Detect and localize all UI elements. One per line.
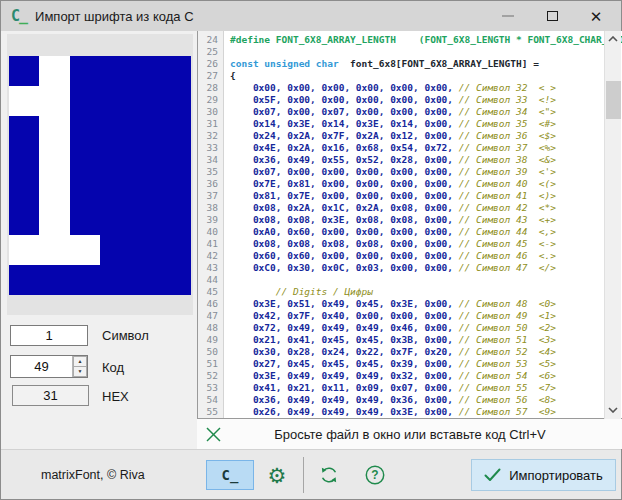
hex-label: HEX bbox=[102, 389, 129, 404]
glyph-pixel bbox=[9, 205, 39, 235]
import-button[interactable]: Импортировать bbox=[471, 459, 616, 491]
line-number: 53 bbox=[198, 382, 218, 394]
code-lines: #define FONT_6X8_ARRAY_LENGTH (FONT_6X8_… bbox=[224, 31, 622, 418]
maximize-icon bbox=[547, 11, 558, 21]
glyph-pixel bbox=[161, 235, 191, 265]
symbol-label: Символ bbox=[102, 328, 149, 343]
code-line: 0x7E, 0x81, 0x00, 0x00, 0x00, 0x00, // С… bbox=[230, 178, 622, 190]
code-line: { bbox=[230, 70, 622, 82]
code-line: 0x60, 0x60, 0x00, 0x00, 0x00, 0x00, // С… bbox=[230, 250, 622, 262]
glyph-pixel bbox=[100, 56, 130, 86]
toolbar-divider bbox=[303, 457, 304, 493]
gear-icon: ⚙ bbox=[268, 465, 287, 486]
glyph-pixel bbox=[130, 235, 160, 265]
glyph-pixel bbox=[70, 205, 100, 235]
glyph-pixel bbox=[100, 265, 130, 295]
line-number: 30 bbox=[198, 106, 218, 118]
glyph-pixel bbox=[39, 205, 69, 235]
minimize-icon bbox=[502, 15, 514, 17]
glyph-pixel bbox=[130, 176, 160, 206]
c-code-mode-button[interactable]: C_ bbox=[206, 460, 254, 490]
line-number: 35 bbox=[198, 166, 218, 178]
code-line: 0x08, 0x08, 0x08, 0x08, 0x00, 0x00, // С… bbox=[230, 238, 622, 250]
line-number: 24 bbox=[198, 34, 218, 46]
glyph-pixel bbox=[9, 116, 39, 146]
line-number: 39 bbox=[198, 214, 218, 226]
line-number: 27 bbox=[198, 70, 218, 82]
minimize-button[interactable] bbox=[489, 2, 527, 30]
title-bar: C_ Импорт шрифта из кода C ✕ bbox=[1, 1, 621, 31]
code-line: 0x00, 0x00, 0x00, 0x00, 0x00, 0x00, // С… bbox=[230, 82, 622, 94]
line-number: 28 bbox=[198, 82, 218, 94]
code-spin-up-button[interactable]: ▲ bbox=[73, 356, 87, 366]
close-icon: ✕ bbox=[590, 9, 603, 24]
code-spinner: ▲ ▼ bbox=[10, 355, 88, 378]
glyph-preview-panel bbox=[7, 34, 193, 315]
glyph-pixel bbox=[100, 176, 130, 206]
symbol-field[interactable] bbox=[10, 325, 88, 346]
glyph-pixel bbox=[100, 86, 130, 116]
check-icon bbox=[484, 468, 501, 482]
code-line: 0x81, 0x7E, 0x00, 0x00, 0x00, 0x00, // С… bbox=[230, 190, 622, 202]
import-font-dialog: C_ Импорт шрифта из кода C ✕ Символ ▲ ▼ … bbox=[0, 0, 622, 500]
glyph-pixel bbox=[70, 56, 100, 86]
line-number: 36 bbox=[198, 178, 218, 190]
glyph-pixel bbox=[39, 56, 69, 86]
line-number: 43 bbox=[198, 262, 218, 274]
line-number: 34 bbox=[198, 154, 218, 166]
help-icon: ? bbox=[364, 464, 386, 486]
glyph-pixel bbox=[39, 235, 69, 265]
glyph-pixel bbox=[100, 146, 130, 176]
glyph-pixel bbox=[161, 265, 191, 295]
close-button[interactable]: ✕ bbox=[577, 2, 615, 30]
settings-button[interactable]: ⚙ bbox=[261, 460, 293, 490]
glyph-pixel bbox=[39, 116, 69, 146]
code-line: 0x07, 0x00, 0x00, 0x00, 0x00, 0x00, // С… bbox=[230, 166, 622, 178]
glyph-pixel bbox=[9, 265, 39, 295]
vertical-scrollbar[interactable] bbox=[604, 31, 621, 419]
glyph-pixel bbox=[161, 146, 191, 176]
glyph-pixel bbox=[70, 146, 100, 176]
glyph-pixel bbox=[70, 86, 100, 116]
code-line bbox=[230, 274, 622, 286]
line-number: 45 bbox=[198, 286, 218, 298]
code-line bbox=[230, 46, 622, 58]
maximize-button[interactable] bbox=[533, 2, 571, 30]
glyph-pixel bbox=[9, 86, 39, 116]
glyph-pixel bbox=[130, 56, 160, 86]
line-number: 48 bbox=[198, 322, 218, 334]
glyph-pixel bbox=[39, 146, 69, 176]
glyph-pixel bbox=[9, 56, 39, 86]
code-spin-down-button[interactable]: ▼ bbox=[73, 366, 87, 377]
glyph-pixel bbox=[100, 235, 130, 265]
glyph-pixel bbox=[100, 116, 130, 146]
refresh-button[interactable] bbox=[313, 460, 345, 490]
code-line: 0x5F, 0x00, 0x00, 0x00, 0x00, 0x00, // С… bbox=[230, 94, 622, 106]
chevron-down-icon bbox=[608, 407, 618, 413]
scroll-down-button[interactable] bbox=[605, 402, 621, 418]
scrollbar-thumb[interactable] bbox=[606, 81, 621, 119]
code-line: 0x08, 0x2A, 0x1C, 0x2A, 0x08, 0x00, // С… bbox=[230, 202, 622, 214]
scroll-up-button[interactable] bbox=[605, 31, 621, 47]
glyph-pixel bbox=[9, 176, 39, 206]
line-number: 25 bbox=[198, 46, 218, 58]
line-number: 49 bbox=[198, 334, 218, 346]
glyph-pixel bbox=[100, 205, 130, 235]
line-number: 54 bbox=[198, 394, 218, 406]
line-number: 46 bbox=[198, 298, 218, 310]
drop-zone[interactable]: Бросьте файл в окно или вставьте код Ctr… bbox=[197, 419, 622, 449]
help-button[interactable]: ? bbox=[359, 460, 391, 490]
code-editor[interactable]: 2425262728293031323334353637383940414243… bbox=[197, 31, 622, 419]
code-line: 0x14, 0x3E, 0x14, 0x3E, 0x14, 0x00, // С… bbox=[230, 118, 622, 130]
line-number: 44 bbox=[198, 274, 218, 286]
line-number: 55 bbox=[198, 406, 218, 418]
code-line: 0x3E, 0x49, 0x49, 0x49, 0x32, 0x00, // С… bbox=[230, 370, 622, 382]
chevron-up-icon bbox=[608, 36, 618, 42]
drop-zone-text: Бросьте файл в окно или вставьте код Ctr… bbox=[197, 427, 622, 442]
code-line: 0x72, 0x49, 0x49, 0x49, 0x46, 0x00, // С… bbox=[230, 322, 622, 334]
credit-text: matrixFont, © Riva bbox=[41, 450, 145, 499]
line-number: 37 bbox=[198, 190, 218, 202]
hex-field: 31 bbox=[12, 385, 89, 406]
line-number: 52 bbox=[198, 370, 218, 382]
code-field[interactable] bbox=[11, 356, 72, 377]
